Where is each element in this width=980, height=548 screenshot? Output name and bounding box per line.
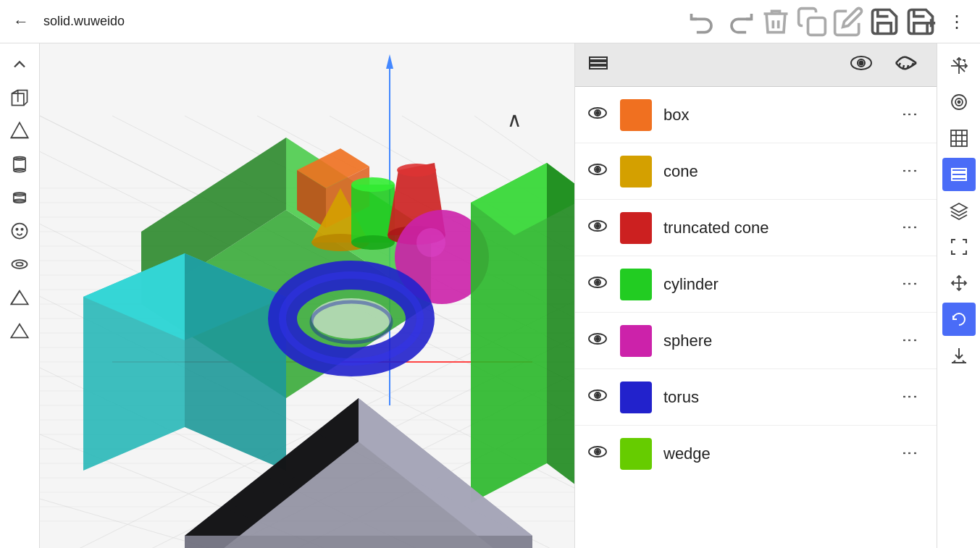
item-eye-sphere[interactable] [587, 331, 608, 351]
item-eye-cylinder[interactable] [587, 274, 608, 295]
svg-marker-21 [11, 324, 28, 338]
more-button[interactable]: ⋮ [941, 6, 973, 38]
svg-point-16 [21, 229, 22, 230]
svg-point-108 [596, 111, 599, 114]
eye-closed-button[interactable] [887, 50, 925, 80]
svg-point-14 [12, 224, 28, 239]
duplicate-button[interactable] [796, 6, 828, 38]
svg-point-81 [351, 177, 395, 192]
svg-marker-98 [185, 536, 532, 548]
file-title: solid.wuweido [43, 14, 125, 29]
svg-marker-94 [547, 163, 574, 496]
svg-marker-141 [951, 203, 967, 212]
item-more-sphere[interactable]: ⋮ [895, 329, 925, 353]
torus-shape-icon[interactable] [4, 249, 35, 279]
delete-button[interactable] [760, 6, 792, 38]
item-eye-truncated-cone[interactable] [587, 218, 608, 238]
item-color-cylinder [620, 269, 652, 300]
cube-icon[interactable] [4, 83, 35, 113]
item-more-box[interactable]: ⋮ [895, 104, 925, 127]
cylinder-shape-icon[interactable] [4, 149, 35, 180]
redo-button[interactable] [724, 6, 755, 38]
panel-list: box ⋮ cone ⋮ [575, 87, 937, 548]
svg-line-20 [11, 291, 20, 305]
item-color-torus [620, 382, 652, 413]
list-item: cone ⋮ [575, 143, 937, 200]
list-item: truncated cone ⋮ [575, 200, 937, 256]
svg-point-15 [16, 229, 17, 230]
far-right-sidebar [937, 43, 980, 548]
edit-button[interactable] [832, 6, 864, 38]
svg-point-117 [596, 281, 599, 284]
item-more-torus[interactable]: ⋮ [895, 386, 925, 409]
svg-rect-0 [808, 17, 825, 35]
svg-point-111 [596, 168, 599, 171]
list-item: torus ⋮ [575, 369, 937, 426]
panel-header [575, 43, 937, 87]
svg-point-17 [12, 260, 28, 269]
back-button[interactable]: ← [7, 9, 35, 34]
svg-text:∧: ∧ [507, 109, 522, 131]
canvas-area[interactable]: ∧ [40, 43, 574, 548]
item-color-truncated-cone [620, 212, 652, 244]
item-eye-torus[interactable] [587, 387, 608, 408]
svg-point-105 [860, 61, 863, 64]
item-name-cone: cone [663, 162, 883, 181]
item-name-sphere: sphere [663, 332, 883, 350]
undo-button[interactable] [687, 6, 719, 38]
left-sidebar [0, 43, 40, 548]
item-name-wedge: wedge [663, 444, 883, 463]
list-item: cylinder ⋮ [575, 256, 937, 313]
item-color-wedge [620, 438, 652, 470]
grid-background: ∧ [40, 43, 574, 548]
svg-point-123 [596, 394, 599, 397]
wedge-shape-icon[interactable] [4, 282, 35, 313]
target-button[interactable] [942, 85, 976, 119]
rotate-button[interactable] [942, 303, 976, 336]
svg-rect-139 [952, 173, 966, 176]
collapse-icon[interactable] [4, 49, 35, 80]
list-item: wedge ⋮ [575, 426, 937, 482]
svg-point-82 [351, 235, 395, 250]
face-shape-icon[interactable] [4, 216, 35, 246]
item-more-wedge[interactable]: ⋮ [895, 442, 925, 465]
svg-rect-101 [590, 62, 607, 64]
svg-point-126 [596, 450, 599, 453]
item-eye-box[interactable] [587, 105, 608, 125]
item-more-cone[interactable]: ⋮ [895, 160, 925, 183]
pyramid-icon[interactable] [4, 116, 35, 146]
item-name-torus: torus [663, 388, 883, 407]
top-bar-right: ⋮ [651, 6, 973, 38]
svg-rect-133 [951, 130, 967, 146]
grid-button[interactable] [942, 122, 976, 155]
frame-button[interactable] [942, 230, 976, 264]
item-name-cylinder: cylinder [663, 275, 883, 294]
list-item: sphere ⋮ [575, 313, 937, 369]
layers-button[interactable] [942, 158, 976, 191]
item-color-box [620, 99, 652, 131]
item-more-cylinder[interactable]: ⋮ [895, 273, 925, 296]
svg-marker-19 [11, 291, 28, 305]
stack-button[interactable] [942, 194, 976, 227]
item-color-sphere [620, 325, 652, 357]
save-as-button[interactable] [905, 6, 937, 38]
svg-point-90 [311, 298, 391, 339]
svg-point-87 [416, 228, 445, 257]
top-bar: ← solid.wuweido ⋮ [0, 0, 980, 43]
prism-shape-icon[interactable] [4, 316, 35, 346]
move-button[interactable] [942, 266, 976, 300]
svg-point-132 [958, 101, 960, 104]
main-area: ∧ [0, 43, 980, 548]
item-eye-wedge[interactable] [587, 444, 608, 464]
export-button[interactable] [942, 339, 976, 372]
item-more-truncated-cone[interactable]: ⋮ [895, 216, 925, 240]
cylinder2-shape-icon[interactable] [4, 182, 35, 213]
save-button[interactable] [868, 6, 900, 38]
svg-rect-138 [952, 169, 966, 172]
svg-point-18 [16, 263, 22, 266]
eye-open-button[interactable] [842, 50, 880, 80]
item-color-cone [620, 156, 652, 187]
item-eye-cone[interactable] [587, 161, 608, 182]
top-bar-left: ← solid.wuweido [7, 9, 329, 34]
axes-button[interactable] [942, 49, 976, 83]
